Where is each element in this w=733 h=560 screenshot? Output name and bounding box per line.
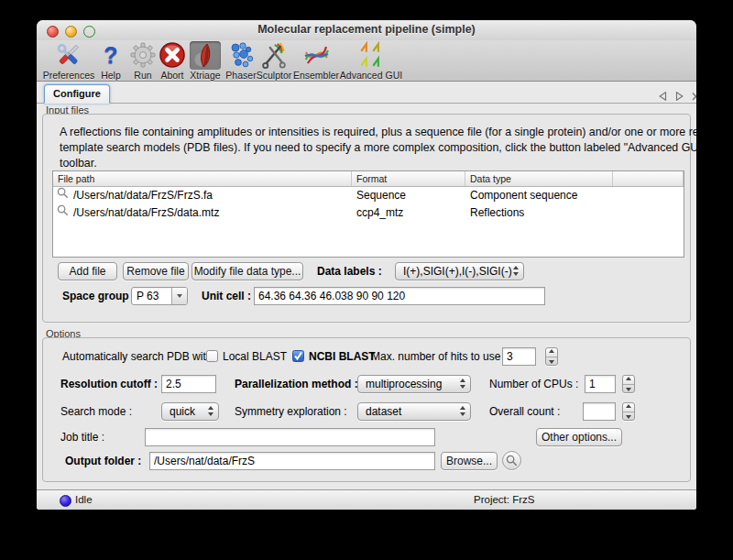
close-tab-icon[interactable] (689, 88, 696, 98)
open-folder-magnifier-button[interactable] (502, 451, 521, 470)
other-options-button[interactable]: Other options... (536, 428, 622, 446)
ncbi-blast-checkbox[interactable] (292, 350, 304, 362)
toolbar-button-phaser[interactable]: Phaser (225, 41, 257, 81)
options-groupbox: Automatically search PDB with : Local BL… (42, 337, 691, 482)
table-row[interactable]: /Users/nat/data/FrzS/data.mtz ccp4_mtz R… (53, 204, 684, 222)
data-type-cell: Component sequence (465, 187, 613, 204)
advanced-gui-icon (356, 41, 387, 70)
space-group-label: Space group : (62, 287, 136, 305)
toolbar: Preferences ? Help Run (37, 40, 696, 82)
toolbar-button-abort[interactable]: Abort (157, 41, 188, 81)
file-path-cell: /Users/nat/data/FrzS/data.mtz (73, 204, 219, 222)
resolution-cutoff-field[interactable] (161, 375, 216, 393)
data-type-cell: Reflections (465, 204, 613, 222)
max-hits-field[interactable] (502, 347, 536, 366)
space-group-combobox[interactable]: P 63 (131, 287, 188, 305)
search-mode-label: Search mode : (60, 402, 132, 421)
input-files-description: A reflections file containing amplitudes… (60, 125, 696, 171)
data-labels-label: Data labels : (317, 262, 382, 280)
symmetry-exploration-label: Symmetry exploration : (235, 402, 347, 421)
modify-file-data-type-button[interactable]: Modify file data type... (191, 262, 303, 280)
column-header-format: Format (352, 171, 465, 186)
local-blast-label: Local BLAST (223, 347, 287, 366)
overall-count-stepper[interactable] (622, 402, 635, 421)
combo-dropdown-icon[interactable] (171, 288, 187, 304)
popup-arrows-icon (460, 406, 465, 416)
job-title-field[interactable] (145, 428, 435, 446)
prev-tab-arrow-icon[interactable] (656, 88, 669, 98)
job-title-label: Job title : (60, 428, 104, 446)
window-title: Molecular replacement pipeline (simple) (37, 23, 696, 36)
file-table-header: File path Format Data type (53, 171, 684, 187)
column-header-empty (613, 171, 684, 186)
search-mode-popup[interactable]: quick (161, 402, 219, 421)
toolbar-button-xtriage[interactable]: Xtriage (190, 41, 221, 81)
status-led-icon (60, 495, 71, 507)
file-table: File path Format Data type /Users/nat/da… (52, 170, 684, 258)
column-header-file-path: File path (53, 171, 352, 186)
toolbar-button-preferences[interactable]: Preferences (43, 41, 95, 81)
max-hits-label: Max. number of hits to use : (371, 347, 507, 366)
resolution-cutoff-label: Resolution cutoff : (60, 375, 158, 393)
toolbar-button-sculptor[interactable]: Sculptor (257, 41, 292, 81)
gear-icon (127, 41, 159, 70)
column-header-data-type: Data type (465, 171, 613, 186)
status-bar: Idle Project: FrzS (37, 489, 696, 510)
output-folder-label: Output folder : (65, 452, 141, 470)
parallelization-method-popup[interactable]: multiprocessing (357, 375, 471, 393)
max-hits-stepper[interactable] (545, 347, 558, 366)
number-of-cpus-stepper[interactable] (622, 375, 635, 393)
xtriage-icon (190, 41, 221, 70)
tab-strip: Configure (37, 81, 696, 104)
next-tab-arrow-icon[interactable] (673, 88, 685, 98)
auto-search-label: Automatically search PDB with : (62, 347, 218, 366)
title-bar: Molecular replacement pipeline (simple) (37, 20, 696, 41)
remove-file-button[interactable]: Remove file (123, 262, 189, 280)
data-labels-popup[interactable]: I(+),SIGI(+),I(-),SIGI(-) (395, 262, 524, 280)
unit-cell-field[interactable] (254, 287, 545, 305)
format-cell: Sequence (352, 187, 465, 204)
toolbar-button-help[interactable]: ? Help (95, 41, 126, 81)
format-cell: ccp4_mtz (352, 204, 465, 222)
toolbar-button-advanced-gui[interactable]: Advanced GUI (340, 41, 402, 81)
local-blast-checkbox[interactable] (206, 350, 218, 362)
sculptor-scissors-icon (258, 41, 290, 70)
popup-arrows-icon (513, 266, 519, 276)
number-of-cpus-label: Number of CPUs : (489, 375, 578, 393)
phaser-molecule-icon (225, 41, 257, 70)
app-window: Molecular replacement pipeline (simple) (37, 20, 696, 510)
add-file-button[interactable]: Add file (58, 262, 117, 280)
magnifier-icon[interactable] (57, 204, 69, 222)
input-files-groupbox: A reflections file containing amplitudes… (42, 114, 691, 323)
toolbar-button-ensembler[interactable]: Ensembler (293, 41, 339, 81)
symmetry-exploration-popup[interactable]: dataset (357, 402, 471, 421)
ensembler-ribbons-icon (301, 41, 332, 70)
output-folder-field[interactable] (149, 452, 435, 470)
abort-icon (157, 41, 188, 70)
popup-arrows-icon (208, 406, 213, 416)
number-of-cpus-field[interactable] (585, 375, 616, 393)
help-icon: ? (95, 41, 126, 70)
status-text: Idle (75, 494, 93, 505)
popup-arrows-icon (460, 379, 465, 389)
browse-button[interactable]: Browse... (441, 452, 498, 470)
unit-cell-label: Unit cell : (202, 287, 251, 305)
file-path-cell: /Users/nat/data/FrzS/FrzS.fa (73, 187, 213, 204)
ncbi-blast-label: NCBI BLAST (309, 347, 376, 366)
preferences-icon (53, 41, 84, 70)
overall-count-label: Overall count : (489, 402, 560, 421)
overall-count-field[interactable] (583, 402, 616, 421)
table-row[interactable]: /Users/nat/data/FrzS/FrzS.fa Sequence Co… (53, 187, 684, 204)
tab-configure[interactable]: Configure (44, 84, 110, 104)
project-label: Project: FrzS (474, 494, 534, 505)
magnifier-icon[interactable] (57, 187, 69, 204)
parallelization-method-label: Parallelization method : (235, 375, 358, 393)
toolbar-button-run[interactable]: Run (127, 41, 159, 81)
